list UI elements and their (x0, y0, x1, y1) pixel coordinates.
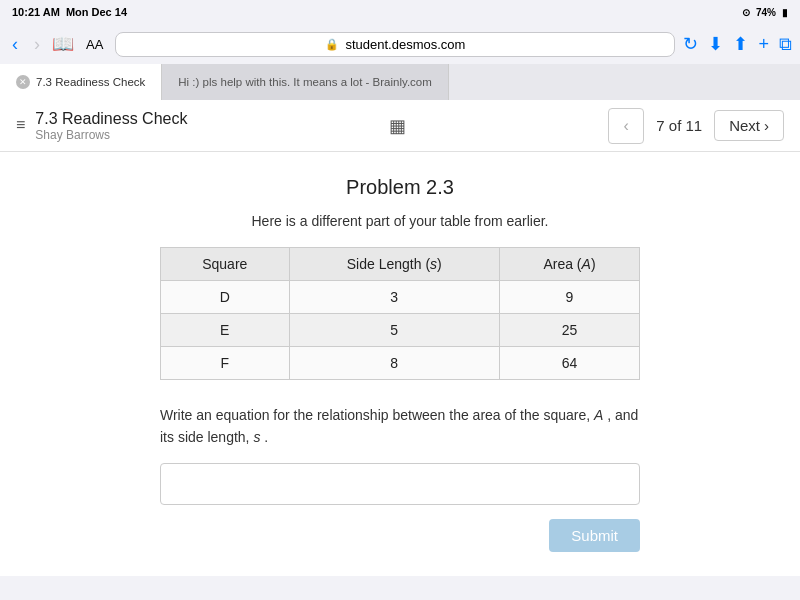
col-header-side-length: Side Length (s) (289, 248, 499, 281)
submit-button[interactable]: Submit (549, 519, 640, 552)
submit-row: Submit (160, 519, 640, 552)
table-row: E 5 25 (161, 314, 640, 347)
cell-area-d: 9 (499, 281, 639, 314)
tab-readiness-check[interactable]: ✕ 7.3 Readiness Check (0, 64, 162, 100)
col-header-area: Area (A) (499, 248, 639, 281)
tab-label-1: 7.3 Readiness Check (36, 76, 145, 88)
url-bar[interactable]: 🔒 student.desmos.com (115, 32, 675, 57)
content-area: ≡ 7.3 Readiness Check Shay Barrows ▦ ‹ 7… (0, 100, 800, 576)
data-table: Square Side Length (s) Area (A) D 3 9 E … (160, 247, 640, 380)
equation-prompt-text3: . (264, 429, 268, 445)
header-left: ≡ 7.3 Readiness Check Shay Barrows (16, 109, 187, 143)
main-content: Problem 2.3 Here is a different part of … (0, 152, 800, 576)
tab-brainly[interactable]: Hi :) pls help with this. It means a lot… (162, 64, 449, 100)
tab-close-icon[interactable]: ✕ (16, 75, 30, 89)
tab-label-2: Hi :) pls help with this. It means a lot… (178, 76, 432, 88)
cell-square-f: F (161, 347, 290, 380)
equation-section: Write an equation for the relationship b… (160, 404, 640, 552)
cell-side-d: 3 (289, 281, 499, 314)
tabs-bar: ✕ 7.3 Readiness Check Hi :) pls help wit… (0, 64, 800, 100)
status-day: Mon Dec 14 (66, 6, 127, 18)
browser-chrome: ‹ › 📖 AA 🔒 student.desmos.com ↻ ⬇ ⬆ + ⧉ (0, 24, 800, 64)
lock-icon: 🔒 (325, 38, 339, 51)
equation-prompt-text1: Write an equation for the relationship b… (160, 407, 590, 423)
calculator-icon[interactable]: ▦ (389, 115, 406, 137)
download-button[interactable]: ⬇ (708, 33, 723, 55)
var-s: s (253, 429, 260, 445)
status-left: 10:21 AM Mon Dec 14 (12, 6, 127, 18)
cell-square-d: D (161, 281, 290, 314)
share-button[interactable]: ⬆ (733, 33, 748, 55)
table-row: D 3 9 (161, 281, 640, 314)
answer-input[interactable] (160, 463, 640, 505)
wifi-icon: ⊙ (742, 7, 750, 18)
page-count: 7 of 11 (648, 117, 710, 134)
header-title-block: 7.3 Readiness Check Shay Barrows (35, 109, 187, 143)
app-header: ≡ 7.3 Readiness Check Shay Barrows ▦ ‹ 7… (0, 100, 800, 152)
status-bar: 10:21 AM Mon Dec 14 ⊙ 74% ▮ (0, 0, 800, 24)
hamburger-icon[interactable]: ≡ (16, 116, 25, 134)
table-row: F 8 64 (161, 347, 640, 380)
chrome-actions: ↻ ⬇ ⬆ + ⧉ (683, 33, 792, 55)
cell-area-f: 64 (499, 347, 639, 380)
cell-area-e: 25 (499, 314, 639, 347)
add-tab-button[interactable]: + (758, 34, 769, 55)
url-text: student.desmos.com (345, 37, 465, 52)
problem-title: Problem 2.3 (60, 176, 740, 199)
col-header-square: Square (161, 248, 290, 281)
bookmark-icon: 📖 (52, 33, 74, 55)
var-a: A (594, 407, 603, 423)
next-arrow-icon: › (764, 117, 769, 134)
battery-percent: 74% (756, 7, 776, 18)
header-title: 7.3 Readiness Check (35, 109, 187, 128)
prev-problem-button[interactable]: ‹ (608, 108, 644, 144)
status-right: ⊙ 74% ▮ (742, 7, 788, 18)
problem-description: Here is a different part of your table f… (60, 213, 740, 229)
cell-square-e: E (161, 314, 290, 347)
aa-label[interactable]: AA (82, 37, 107, 52)
header-subtitle: Shay Barrows (35, 128, 187, 142)
next-label: Next (729, 117, 760, 134)
reload-button[interactable]: ↻ (683, 33, 698, 55)
status-time: 10:21 AM (12, 6, 60, 18)
forward-button[interactable]: › (30, 32, 44, 57)
header-right: ‹ 7 of 11 Next › (608, 108, 784, 144)
battery-icon: ▮ (782, 7, 788, 18)
equation-prompt: Write an equation for the relationship b… (160, 404, 640, 449)
next-problem-button[interactable]: Next › (714, 110, 784, 141)
tabs-button[interactable]: ⧉ (779, 34, 792, 55)
back-button[interactable]: ‹ (8, 32, 22, 57)
cell-side-e: 5 (289, 314, 499, 347)
cell-side-f: 8 (289, 347, 499, 380)
